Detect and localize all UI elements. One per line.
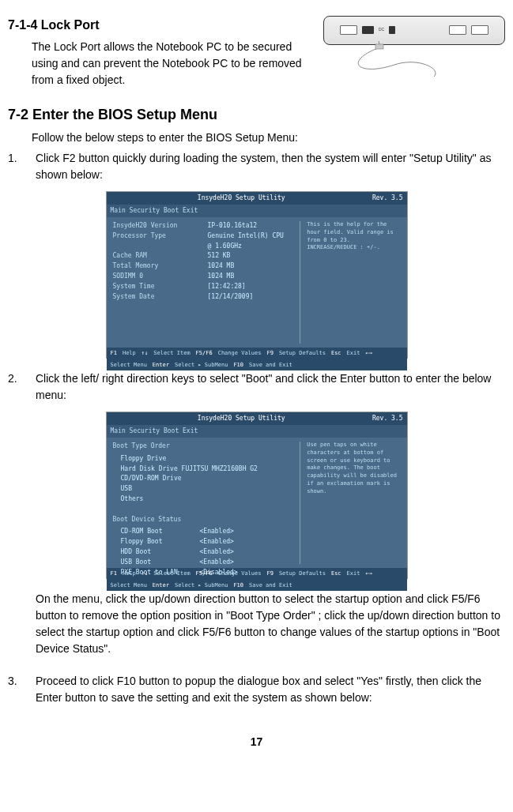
page-number: 17 xyxy=(8,734,505,750)
bios-info-row: System Time[12:42:28] xyxy=(113,282,300,292)
port-label: DC xyxy=(379,27,384,33)
step1-text: Click F2 button quickly during loading t… xyxy=(36,150,505,183)
bios-title: InsydeH20 Setup Utility xyxy=(198,414,285,423)
bios-info-row: Total Memory1024 MB xyxy=(113,261,300,272)
bios-help-text: Use pen taps on white characters at bott… xyxy=(300,442,400,564)
boot-order-item: Others xyxy=(113,494,300,505)
lock-port-body: The Lock Port allows the Notebook PC to … xyxy=(8,39,315,88)
bios-info-row: @ 1.60GHz xyxy=(113,242,300,252)
svg-rect-0 xyxy=(375,44,383,49)
boot-status-row: Floppy Boot<Enabled> xyxy=(113,537,300,547)
step-number: 3. xyxy=(8,673,36,706)
bios-info-row: Cache RAM512 KB xyxy=(113,251,300,261)
bios-rev: Rev. 3.5 xyxy=(372,414,403,423)
step2-after-text: On the menu, click the up/down direction… xyxy=(8,591,505,657)
port-icon xyxy=(340,25,357,35)
bios-info-row: Processor TypeGenuine Intel(R) CPU xyxy=(113,231,300,242)
boot-order-item: Floppy Drive xyxy=(113,454,300,464)
boot-status-row: CD-ROM Boot<Enabled> xyxy=(113,527,300,537)
step-number: 2. xyxy=(8,370,36,404)
section-heading-bios: 7-2 Enter the BIOS Setup Menu xyxy=(8,104,505,126)
bios-info-row: System Date[12/14/2009] xyxy=(113,292,300,303)
port-icon xyxy=(362,26,374,34)
bios-title: InsydeH20 Setup Utility xyxy=(198,194,285,203)
section-heading-lock-port: 7-1-4 Lock Port xyxy=(8,16,315,35)
step3-text: Proceed to click F10 button to popup the… xyxy=(36,673,505,706)
boot-status-row: USB Boot<Enabled> xyxy=(113,558,300,568)
boot-order-item: USB xyxy=(113,484,300,494)
bios-rev: Rev. 3.5 xyxy=(372,194,403,203)
cable-illustration xyxy=(347,41,489,85)
bios-intro: Follow the below steps to enter the BIOS… xyxy=(8,130,505,146)
port-icon xyxy=(471,25,488,35)
bios-tabs: Main Security Boot Exit xyxy=(107,205,407,217)
bios-info-row: SODIMM 01024 MB xyxy=(113,272,300,282)
lock-port-diagram: DC xyxy=(323,16,505,87)
step2-text: Click the left/ right direction keys to … xyxy=(36,370,505,404)
boot-order-item: Hard Disk Drive FUJITSU MHZ2160BH G2 xyxy=(113,464,300,475)
bios-tabs: Main Security Boot Exit xyxy=(107,425,407,438)
bios-screenshot-boot: InsydeH20 Setup Utility Rev. 3.5 Main Se… xyxy=(106,412,408,579)
boot-order-item: CD/DVD-ROM Drive xyxy=(113,474,300,484)
port-icon xyxy=(389,26,395,34)
bios-screenshot-main: InsydeH20 Setup Utility Rev. 3.5 Main Se… xyxy=(106,191,408,359)
port-icon xyxy=(449,25,466,35)
boot-status-row: HDD Boot<Enabled> xyxy=(113,547,300,558)
bios-help-text: This is the help for the hour field. Val… xyxy=(300,221,400,344)
bios-footer: F1Help↑↓Select ItemF5/F6Change ValuesF9S… xyxy=(107,348,407,370)
bios-info-row: InsydeH20 VersionIP-010.16ta12 xyxy=(113,221,300,231)
step-number: 1. xyxy=(8,150,36,183)
